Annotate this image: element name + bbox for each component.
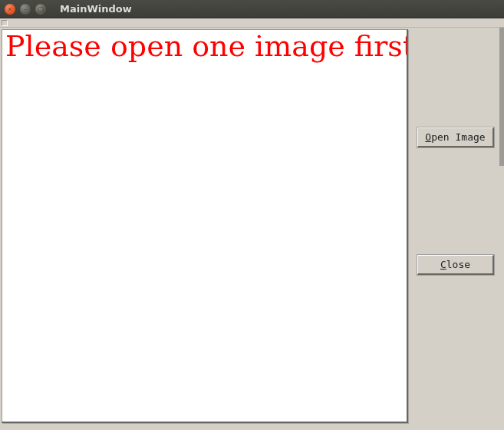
window-title: MainWindow [60,3,132,15]
title-bar: × ‑ ▢ MainWindow [0,0,504,18]
placeholder-message: Please open one image first! [2,30,407,64]
image-canvas: Please open one image first! [2,29,408,423]
close-button[interactable]: Close [417,255,494,275]
close-label: Close [440,259,470,270]
open-image-label: Open Image [425,131,485,143]
toolbar-grip-icon [2,20,8,26]
right-edge-shadow [499,28,504,166]
menu-bar [0,18,504,28]
window-controls: × ‑ ▢ [5,4,46,15]
window-close-button[interactable]: × [5,4,15,15]
window-minimize-button[interactable]: ‑ [20,4,31,15]
window-maximize-button[interactable]: ▢ [35,4,46,15]
side-panel: Open Image Close [414,28,502,430]
open-image-button[interactable]: Open Image [417,127,494,147]
client-area: Please open one image first! Open Image … [0,28,504,430]
